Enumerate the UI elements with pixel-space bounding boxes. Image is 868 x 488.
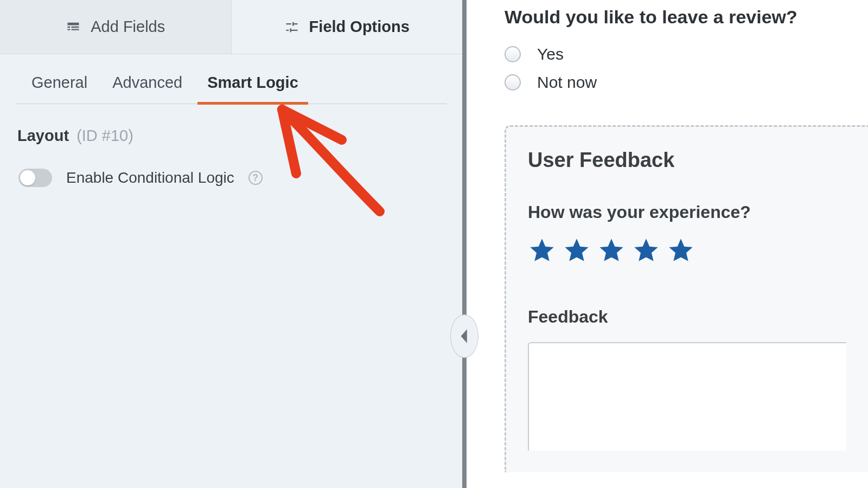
review-radio-group: Yes Not now [505,45,868,92]
review-question-label: Would you like to leave a review? [505,7,868,28]
tab-add-fields[interactable]: Add Fields [0,0,231,54]
toggle-knob [20,170,35,185]
tab-label: Add Fields [91,18,165,36]
radio-option-not-now[interactable]: Not now [505,73,868,92]
subtab-smart-logic[interactable]: Smart Logic [205,66,301,104]
user-feedback-section[interactable]: User Feedback How was your experience? F… [505,125,868,472]
star-rating[interactable] [528,236,846,265]
radio-dot[interactable] [505,74,521,91]
top-tab-bar: Add Fields Field Options [0,0,462,54]
field-heading: Layout (ID #10) [17,127,445,145]
conditional-logic-toggle[interactable] [18,169,52,187]
form-fields-icon [66,20,81,35]
conditional-logic-label: Enable Conditional Logic [66,169,234,187]
subtab-general[interactable]: General [29,66,90,104]
subtab-advanced[interactable]: Advanced [110,66,184,104]
star-icon[interactable] [597,236,626,265]
field-id-label: (ID #10) [76,127,133,144]
star-icon[interactable] [528,236,556,265]
feedback-textarea[interactable] [528,342,846,451]
sliders-icon [284,20,299,35]
section-title: User Feedback [528,149,846,172]
star-icon[interactable] [632,236,660,265]
radio-label: Yes [537,45,564,63]
radio-dot[interactable] [505,46,521,62]
tab-label: Field Options [309,18,410,36]
experience-question-label: How was your experience? [528,202,846,222]
options-subtab-bar: General Advanced Smart Logic [15,54,447,104]
star-icon[interactable] [667,236,695,265]
radio-option-yes[interactable]: Yes [505,45,868,63]
help-icon[interactable]: ? [248,171,263,185]
radio-label: Not now [537,73,597,92]
smart-logic-section: Layout (ID #10) Enable Conditional Logic… [0,104,462,187]
builder-sidebar: Add Fields Field Options General Advance… [0,0,467,488]
collapse-sidebar-button[interactable] [450,314,478,358]
tab-field-options[interactable]: Field Options [231,0,463,54]
form-preview-panel: Would you like to leave a review? Yes No… [467,0,868,488]
star-icon[interactable] [563,236,591,265]
chevron-left-icon [460,329,469,343]
field-type-label: Layout [17,127,69,144]
feedback-field-label: Feedback [528,307,846,327]
